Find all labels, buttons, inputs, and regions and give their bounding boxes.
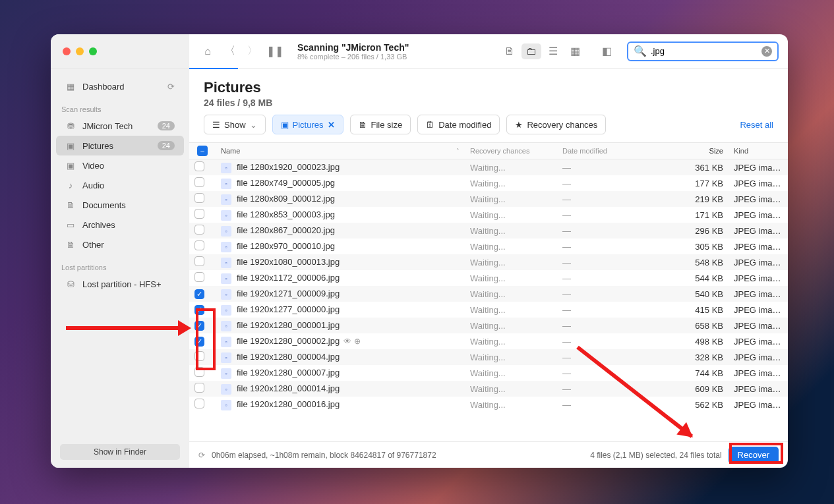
table-row[interactable]: ▫file 1920x1280_000004.jpg Waiting... — … xyxy=(189,349,788,365)
table-row[interactable]: ▫file 1920x1280_000014.jpg Waiting... — … xyxy=(189,381,788,397)
sidebar-item[interactable]: ▭ Archives xyxy=(56,215,184,235)
sidebar-item[interactable]: ♪ Audio xyxy=(56,175,184,195)
row-checkbox[interactable] xyxy=(189,225,216,237)
sidebar-dashboard[interactable]: ▦ Dashboard ⟳ xyxy=(56,76,184,96)
pause-button[interactable]: ❚❚ xyxy=(266,42,284,61)
row-kind: JPEG ima… xyxy=(729,321,788,331)
search-field[interactable]: 🔍 ✕ xyxy=(627,42,779,61)
row-recovery: Waiting... xyxy=(465,194,557,204)
table-row[interactable]: ▫file 1280x809_000012.jpg Waiting... — 2… xyxy=(189,191,788,207)
remove-filter-icon[interactable]: ✕ xyxy=(328,120,335,130)
sidebar-item[interactable]: 🗎 Documents xyxy=(56,195,184,215)
table-row[interactable]: ▫file 1920x1280_000016.jpg Waiting... — … xyxy=(189,397,788,412)
row-kind: JPEG ima… xyxy=(729,384,788,394)
row-checkbox[interactable] xyxy=(189,209,216,221)
filesize-filter[interactable]: 🗎 File size xyxy=(350,115,411,134)
back-button[interactable]: 〈 xyxy=(221,42,239,61)
scan-title-block: Scanning "JMicron Tech" 8% complete – 20… xyxy=(297,42,496,61)
search-input[interactable] xyxy=(651,46,761,56)
row-kind: JPEG ima… xyxy=(729,226,788,236)
search-icon: 🔍 xyxy=(634,45,647,57)
filter-bar: ☰ Show ⌄ ▣ Pictures ✕ 🗎 File size 🗓 Date… xyxy=(189,115,788,142)
row-size: 328 KB xyxy=(669,352,729,362)
sidebar-section-results: Scan results xyxy=(51,100,189,116)
selection-label: 4 files (2,1 MB) selected, 24 files tota… xyxy=(590,451,721,460)
pictures-filter[interactable]: ▣ Pictures ✕ xyxy=(272,115,343,134)
table-row[interactable]: ▫file 1920x1080_000013.jpg Waiting... — … xyxy=(189,254,788,270)
table-row[interactable]: ▫file 1280x853_000003.jpg Waiting... — 1… xyxy=(189,207,788,223)
table-row[interactable]: ▫file 1280x867_000020.jpg Waiting... — 2… xyxy=(189,223,788,238)
traffic-lights xyxy=(51,34,189,68)
sidebar-item-label: Video xyxy=(82,161,175,171)
col-recovery[interactable]: Recovery chances xyxy=(465,147,557,155)
clear-search-icon[interactable]: ✕ xyxy=(761,46,772,57)
row-recovery: Waiting... xyxy=(465,368,557,378)
row-checkbox[interactable] xyxy=(189,289,216,299)
preview-icon[interactable]: 👁 xyxy=(343,337,351,346)
row-kind: JPEG ima… xyxy=(729,258,788,267)
sidebar-item[interactable]: ⛃ JMicron Tech 24 xyxy=(56,116,184,136)
grid-view-icon[interactable]: ▦ xyxy=(565,43,585,59)
row-checkbox[interactable] xyxy=(189,240,216,252)
row-size: 171 KB xyxy=(669,210,729,220)
page-title: Pictures xyxy=(204,79,773,96)
row-checkbox[interactable] xyxy=(189,399,216,410)
row-checkbox[interactable] xyxy=(189,256,216,268)
sidebar-item[interactable]: ⛁ Lost partition - HFS+ xyxy=(56,274,184,294)
col-name[interactable]: Name˄ xyxy=(216,147,465,155)
col-date[interactable]: Date modified xyxy=(557,147,669,155)
list-view-icon[interactable]: ☰ xyxy=(543,43,563,59)
sidebar-toggle-icon[interactable]: ◧ xyxy=(597,43,616,59)
table-row[interactable]: ▫file 1920x1280_000002.jpg👁⊕ Waiting... … xyxy=(189,333,788,349)
close-icon[interactable] xyxy=(63,47,71,55)
reset-all-link[interactable]: Reset all xyxy=(740,120,773,130)
file-type-icon: ▫ xyxy=(221,305,231,316)
sidebar-item-label: Audio xyxy=(82,181,175,190)
col-kind[interactable]: Kind xyxy=(729,147,788,155)
table-row[interactable]: ▫file 1280x1920_000023.jpg Waiting... — … xyxy=(189,159,788,175)
row-filename: ▫file 1920x1280_000002.jpg👁⊕ xyxy=(216,336,465,347)
scan-subtitle: 8% complete – 206 files / 1,33 GB xyxy=(297,53,496,61)
sidebar-item-icon: ▣ xyxy=(65,141,76,151)
file-type-icon: ▫ xyxy=(221,242,231,252)
table-row[interactable]: ▫file 1920x1280_000007.jpg Waiting... — … xyxy=(189,365,788,381)
row-checkbox[interactable] xyxy=(189,161,216,173)
home-button[interactable]: ⌂ xyxy=(198,42,217,61)
row-checkbox[interactable] xyxy=(189,177,216,189)
footer-bar: ⟳ 0h06m elapsed, ~1h08m remain, block 84… xyxy=(189,441,788,468)
toolbar: ⌂ 〈 〉 ❚❚ Scanning "JMicron Tech" 8% comp… xyxy=(189,34,788,68)
window-body: ▦ Dashboard ⟳ Scan results ⛃ JMicron Tec… xyxy=(51,69,788,468)
recovery-filter[interactable]: ★ Recovery chances xyxy=(506,115,606,134)
table-row[interactable]: ▫file 1280x749_000005.jpg Waiting... — 1… xyxy=(189,175,788,191)
sidebar-item[interactable]: ▣ Video xyxy=(56,155,184,175)
row-recovery: Waiting... xyxy=(465,289,557,299)
table-body[interactable]: ▫file 1280x1920_000023.jpg Waiting... — … xyxy=(189,159,788,441)
select-all-checkbox[interactable]: – xyxy=(189,146,216,156)
col-size[interactable]: Size xyxy=(669,147,729,155)
hex-icon[interactable]: ⊕ xyxy=(354,337,361,346)
minimize-icon[interactable] xyxy=(76,47,84,55)
row-checkbox[interactable] xyxy=(189,193,216,205)
show-filter[interactable]: ☰ Show ⌄ xyxy=(204,115,266,134)
table-row[interactable]: ▫file 1920x1277_000000.jpg Waiting... — … xyxy=(189,302,788,318)
row-date: — xyxy=(557,226,669,236)
table-row[interactable]: ▫file 1280x970_000010.jpg Waiting... — 3… xyxy=(189,238,788,254)
zoom-icon[interactable] xyxy=(89,47,97,55)
date-filter[interactable]: 🗓 Date modified xyxy=(417,115,500,134)
file-type-icon: ▫ xyxy=(221,179,231,189)
sidebar-item[interactable]: ▣ Pictures 24 xyxy=(56,136,184,155)
row-checkbox[interactable] xyxy=(189,272,216,284)
row-checkbox[interactable] xyxy=(189,383,216,395)
show-in-finder-button[interactable]: Show in Finder xyxy=(60,444,180,460)
table-row[interactable]: ▫file 1920x1271_000009.jpg Waiting... — … xyxy=(189,286,788,302)
row-kind: JPEG ima… xyxy=(729,337,788,347)
sidebar-item[interactable]: 🗎 Other xyxy=(56,235,184,254)
table-row[interactable]: ▫file 1920x1172_000006.jpg Waiting... — … xyxy=(189,270,788,286)
folder-view-icon[interactable]: 🗀 xyxy=(521,43,541,59)
row-size: 219 KB xyxy=(669,194,729,204)
table-row[interactable]: ▫file 1920x1280_000001.jpg Waiting... — … xyxy=(189,318,788,333)
file-view-icon[interactable]: 🗎 xyxy=(500,43,520,59)
row-size: 415 KB xyxy=(669,305,729,315)
row-filename: ▫file 1920x1280_000014.jpg xyxy=(216,383,465,395)
main-header: Pictures 24 files / 9,8 MB xyxy=(189,69,788,115)
